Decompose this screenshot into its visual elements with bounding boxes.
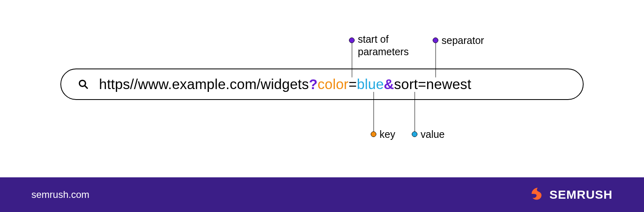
url-value: blue (357, 76, 384, 92)
url-rest: sort=newest (394, 76, 471, 92)
url-bar: https//www.example.com/widgets?color=blu… (60, 69, 584, 100)
label-separator: separator (442, 34, 484, 47)
brand-flame-icon (529, 186, 545, 203)
url-ampersand: & (384, 76, 394, 92)
line-value (415, 92, 415, 131)
url-eq1: = (349, 76, 357, 92)
dot-value (412, 131, 417, 137)
footer: semrush.com SEMRUSH (0, 177, 644, 212)
label-start-line1: start of (358, 33, 388, 45)
label-value: value (421, 128, 445, 141)
footer-site: semrush.com (31, 189, 89, 200)
url-key: color (318, 76, 349, 92)
label-key: key (380, 128, 395, 141)
dot-separator (433, 37, 438, 43)
footer-brand: SEMRUSH (529, 186, 613, 203)
svg-point-0 (79, 80, 85, 86)
dot-start-of-parameters (349, 37, 355, 43)
search-icon (77, 78, 89, 90)
url-text: https//www.example.com/widgets?color=blu… (99, 76, 471, 92)
url-base: https//www.example.com/widgets (99, 76, 309, 92)
dot-key (371, 131, 376, 137)
url-question-mark: ? (309, 76, 318, 92)
label-start-line2: parameters (358, 46, 409, 57)
svg-line-1 (85, 85, 87, 88)
label-start-of-parameters: start of parameters (358, 33, 409, 58)
brand-wordmark: SEMRUSH (549, 188, 613, 202)
diagram-canvas: start of parameters separator https//www… (0, 0, 644, 212)
line-key (374, 92, 374, 131)
